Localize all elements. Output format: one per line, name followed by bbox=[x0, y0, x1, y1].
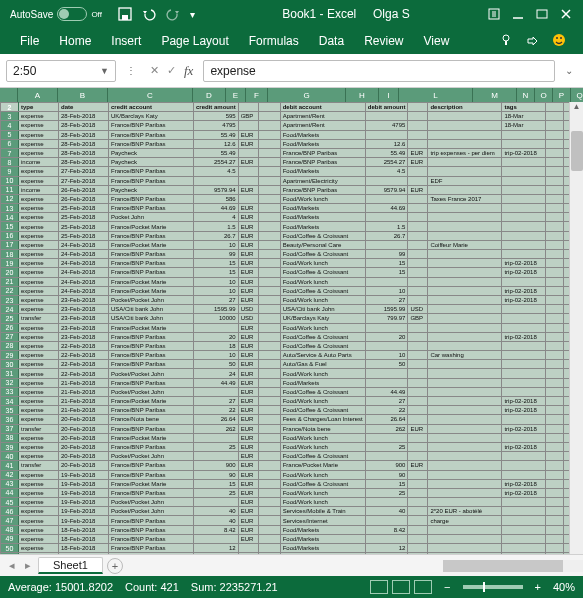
cell[interactable]: 20 bbox=[194, 332, 239, 341]
zoom-value[interactable]: 40% bbox=[553, 581, 575, 593]
cell[interactable] bbox=[428, 167, 502, 176]
cell[interactable]: France/BNP Paribas bbox=[109, 461, 194, 470]
cell[interactable]: transfer bbox=[19, 461, 59, 470]
cell[interactable]: 24-Feb-2018 bbox=[59, 240, 109, 249]
cell[interactable]: Food/Work lunch bbox=[280, 433, 365, 442]
cell[interactable]: France/BNP Paribas bbox=[109, 268, 194, 277]
cell[interactable]: Food/Work lunch bbox=[280, 498, 365, 507]
cell[interactable]: France/BNP Paribas bbox=[109, 516, 194, 525]
row-header[interactable]: 5 bbox=[1, 130, 19, 139]
cell[interactable]: France/BNP Paribas bbox=[109, 250, 194, 259]
smiley-icon[interactable] bbox=[545, 32, 573, 50]
cell[interactable]: France/BNP Paribas bbox=[109, 488, 194, 497]
cell[interactable]: Food/Markets bbox=[280, 222, 365, 231]
cell[interactable] bbox=[408, 433, 428, 442]
cell[interactable]: 90 bbox=[365, 470, 408, 479]
cell[interactable]: Food/Markets bbox=[280, 139, 365, 148]
cell[interactable] bbox=[258, 286, 280, 295]
cell[interactable]: expense bbox=[19, 259, 59, 268]
normal-view-icon[interactable] bbox=[370, 580, 388, 594]
cell[interactable] bbox=[546, 553, 564, 554]
cell[interactable]: Food/Coffee & Croissant bbox=[280, 231, 365, 240]
row-header[interactable]: 3 bbox=[1, 112, 19, 121]
cell[interactable] bbox=[502, 553, 546, 554]
cell[interactable]: 4795 bbox=[365, 121, 408, 130]
cell[interactable] bbox=[428, 378, 502, 387]
cell[interactable]: 2554.27 bbox=[365, 158, 408, 167]
add-sheet-button[interactable]: + bbox=[107, 558, 123, 574]
cell[interactable]: expense bbox=[19, 176, 59, 185]
cell[interactable] bbox=[428, 397, 502, 406]
cell[interactable] bbox=[428, 259, 502, 268]
cell[interactable]: trip-02-2018 bbox=[502, 286, 546, 295]
cell[interactable] bbox=[546, 461, 564, 470]
cell[interactable] bbox=[428, 295, 502, 304]
cell[interactable]: 21-Feb-2018 bbox=[59, 406, 109, 415]
cell[interactable]: EUR bbox=[238, 516, 258, 525]
cell[interactable]: 50 bbox=[194, 360, 239, 369]
column-header[interactable]: G bbox=[268, 88, 346, 102]
row-header[interactable]: 22 bbox=[1, 286, 19, 295]
cell[interactable]: 44.69 bbox=[365, 204, 408, 213]
cell[interactable] bbox=[502, 351, 546, 360]
cell[interactable]: expense bbox=[19, 167, 59, 176]
cell[interactable]: USA/Citi bank John bbox=[280, 305, 365, 314]
cell[interactable]: EUR bbox=[238, 213, 258, 222]
cell[interactable]: trip expenses - per diem bbox=[428, 148, 502, 157]
cell[interactable] bbox=[408, 369, 428, 378]
cell[interactable]: EUR bbox=[238, 240, 258, 249]
cell[interactable]: expense bbox=[19, 360, 59, 369]
cell[interactable]: EUR bbox=[238, 130, 258, 139]
formula-input[interactable]: expense bbox=[203, 60, 555, 82]
cell[interactable] bbox=[258, 351, 280, 360]
cell[interactable] bbox=[238, 176, 258, 185]
cell[interactable] bbox=[258, 479, 280, 488]
row-header[interactable]: 42 bbox=[1, 470, 19, 479]
cell[interactable]: expense bbox=[19, 525, 59, 534]
cell[interactable]: 24 bbox=[194, 369, 239, 378]
cell[interactable]: 15 bbox=[365, 479, 408, 488]
cell[interactable]: expense bbox=[19, 139, 59, 148]
cell[interactable]: 1595.99 bbox=[194, 305, 239, 314]
row-header[interactable]: 47 bbox=[1, 516, 19, 525]
cell[interactable]: Apartment/Electricity bbox=[280, 176, 365, 185]
cell[interactable] bbox=[365, 452, 408, 461]
enter-icon[interactable]: ✓ bbox=[167, 64, 176, 77]
cell[interactable] bbox=[258, 204, 280, 213]
cell[interactable]: EUR bbox=[238, 525, 258, 534]
cell[interactable]: France/BNP Paribas bbox=[109, 470, 194, 479]
cell[interactable] bbox=[258, 525, 280, 534]
row-header[interactable]: 48 bbox=[1, 525, 19, 534]
cell[interactable]: Coiffeur Marie bbox=[428, 240, 502, 249]
cell[interactable]: Food/Coffee & Croissant bbox=[280, 341, 365, 350]
cell[interactable]: expense bbox=[19, 121, 59, 130]
cell[interactable]: Food/Coffee & Croissant bbox=[280, 268, 365, 277]
cell[interactable]: France/Pocket Marie bbox=[109, 433, 194, 442]
cell[interactable]: 8.42 bbox=[365, 525, 408, 534]
cell[interactable] bbox=[408, 332, 428, 341]
sheet-tab[interactable]: Sheet1 bbox=[38, 557, 103, 574]
cell[interactable] bbox=[428, 323, 502, 332]
cell[interactable]: 25-Feb-2018 bbox=[59, 231, 109, 240]
cell[interactable] bbox=[428, 204, 502, 213]
cell[interactable]: EUR bbox=[238, 204, 258, 213]
cell[interactable]: 27-Feb-2018 bbox=[59, 167, 109, 176]
cell[interactable] bbox=[428, 250, 502, 259]
cell[interactable] bbox=[546, 167, 564, 176]
cell[interactable]: 27 bbox=[194, 397, 239, 406]
cell[interactable] bbox=[428, 461, 502, 470]
cell[interactable] bbox=[428, 185, 502, 194]
cell[interactable] bbox=[502, 213, 546, 222]
tab-page-layout[interactable]: Page Layout bbox=[151, 30, 238, 52]
row-header[interactable]: 18 bbox=[1, 250, 19, 259]
column-header[interactable]: B bbox=[58, 88, 108, 102]
cell[interactable] bbox=[428, 406, 502, 415]
cell[interactable]: EUR bbox=[408, 185, 428, 194]
row-header[interactable]: 21 bbox=[1, 277, 19, 286]
cell[interactable] bbox=[258, 194, 280, 203]
cell[interactable]: France/Pocket Marie bbox=[109, 397, 194, 406]
cell[interactable] bbox=[428, 286, 502, 295]
cell[interactable]: EUR bbox=[238, 286, 258, 295]
cell[interactable]: 20-Feb-2018 bbox=[59, 452, 109, 461]
row-header[interactable]: 28 bbox=[1, 341, 19, 350]
